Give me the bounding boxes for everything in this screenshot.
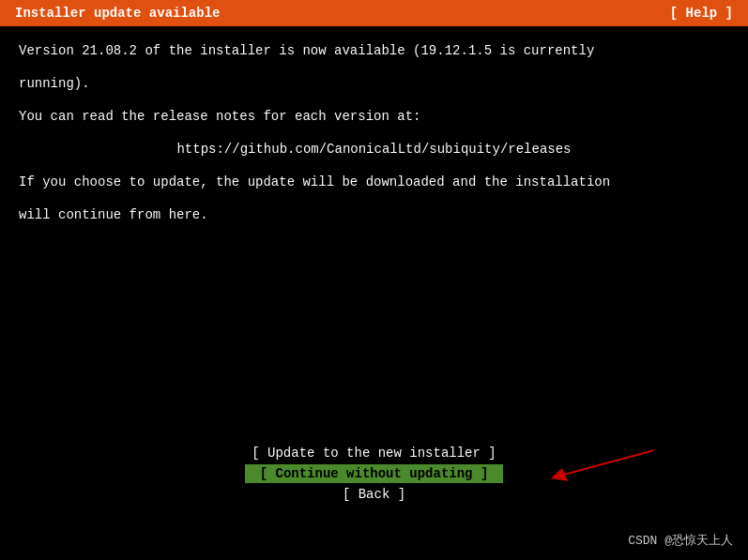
back-button[interactable]: [ Back ] <box>252 485 496 504</box>
content-area: Version 21.08.2 of the installer is now … <box>0 26 748 253</box>
title-bar-title: Installer update available <box>15 6 670 21</box>
release-notes-url[interactable]: https://github.com/CanonicalLtd/subiquit… <box>19 140 729 159</box>
update-button[interactable]: [ Update to the new installer ] <box>237 444 511 462</box>
update-description-2: will continue from here. <box>19 205 729 225</box>
version-line-1: Version 21.08.2 of the installer is now … <box>19 41 729 61</box>
update-description-1: If you choose to update, the update will… <box>19 173 729 192</box>
title-bar: Installer update available [ Help ] <box>0 0 748 26</box>
svg-line-0 <box>560 450 654 476</box>
terminal-window: Installer update available [ Help ] Vers… <box>0 0 748 560</box>
release-notes-intro: You can read the release notes for each … <box>19 107 729 127</box>
version-line-2: running). <box>19 74 729 94</box>
arrow-icon <box>542 446 654 483</box>
continue-button[interactable]: [ Continue without updating ] <box>245 464 504 483</box>
watermark: CSDN @恐惊天上人 <box>628 532 733 549</box>
help-button[interactable]: [ Help ] <box>670 6 733 21</box>
